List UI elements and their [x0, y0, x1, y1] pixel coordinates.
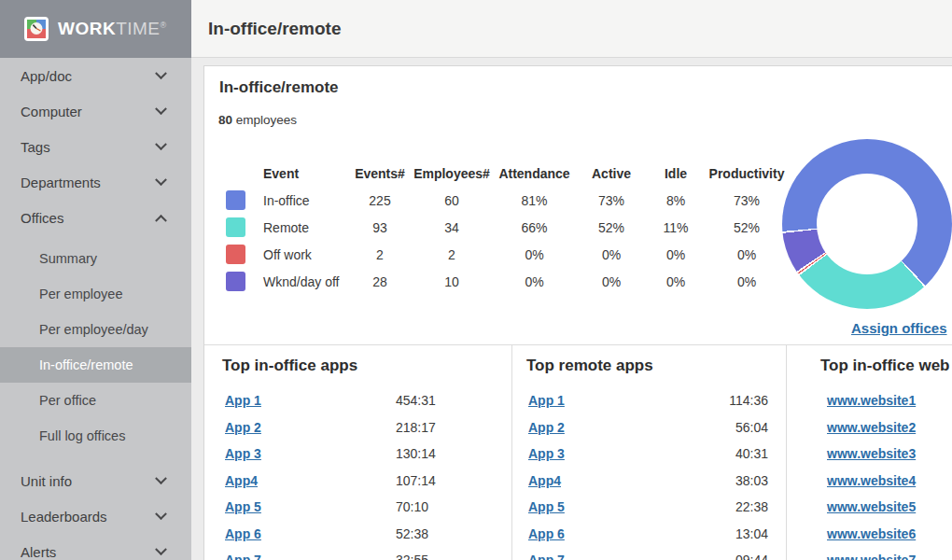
- list-item: App438:03: [526, 468, 786, 495]
- table-cell: 8%: [647, 193, 705, 208]
- table-cell: 93: [349, 220, 411, 235]
- app-link[interactable]: App 1: [225, 393, 261, 408]
- col-header-attendance: Attendance: [493, 166, 576, 181]
- top-in-office-websites-column: Top in-office web www.website1 www.websi…: [787, 345, 952, 560]
- top-lists-section: Top in-office apps App 1454:31 App 2218:…: [204, 344, 952, 560]
- app-time: 70:10: [396, 499, 428, 514]
- section-title: Top in-office web: [820, 357, 952, 379]
- chevron-down-icon: [155, 472, 167, 484]
- app-time: 09:44: [735, 553, 768, 560]
- table-cell: 73%: [576, 193, 647, 208]
- website-link[interactable]: www.website7: [827, 553, 916, 560]
- website-link[interactable]: www.website6: [827, 526, 916, 541]
- table-cell: Wknd/day off: [263, 274, 349, 289]
- list-item: App 1454:31: [222, 387, 511, 414]
- page-title: In-office/remote: [208, 19, 342, 39]
- app-time: 13:04: [735, 526, 768, 541]
- website-link[interactable]: www.website5: [827, 499, 916, 514]
- employee-count: 80: [218, 113, 232, 127]
- app-link[interactable]: App 7: [225, 553, 261, 560]
- sidebar-item-full-log-offices[interactable]: Full log offices: [0, 418, 191, 454]
- table-cell: 0%: [576, 247, 647, 262]
- app-link[interactable]: App 2: [225, 420, 261, 435]
- table-cell: 52%: [576, 220, 647, 235]
- list-item: www.website7: [820, 547, 952, 560]
- table-cell: 66%: [493, 220, 576, 235]
- sidebar-item-departments[interactable]: Departments: [0, 164, 191, 200]
- table-cell: 11%: [647, 220, 705, 235]
- col-header-events: Events#: [349, 166, 411, 181]
- chevron-down-icon: [155, 508, 167, 520]
- legend-swatch-in-office: [222, 190, 263, 210]
- app-time: 38:03: [735, 473, 768, 488]
- chevron-down-icon: [155, 543, 167, 555]
- top-in-office-apps-column: Top in-office apps App 1454:31 App 2218:…: [204, 345, 512, 560]
- legend-swatch-wknd: [222, 272, 263, 291]
- list-item: www.website6: [820, 521, 952, 548]
- sidebar-item-unit-info[interactable]: Unit info: [0, 463, 191, 498]
- list-item: App 570:10: [222, 494, 511, 521]
- table-cell: 73%: [705, 193, 789, 208]
- list-item: www.website4: [820, 468, 952, 495]
- app-time: 114:36: [729, 393, 768, 408]
- sidebar-item-computer[interactable]: Computer: [0, 93, 191, 129]
- app-link[interactable]: App 2: [528, 420, 565, 435]
- chevron-down-icon: [155, 67, 167, 79]
- website-link[interactable]: www.website3: [827, 446, 916, 461]
- table-cell: 0%: [647, 274, 705, 289]
- app-link[interactable]: App 5: [225, 499, 261, 514]
- website-link[interactable]: www.website4: [827, 473, 916, 488]
- sidebar-item-leaderboards[interactable]: Leaderboards: [0, 498, 191, 534]
- sidebar-item-per-office[interactable]: Per office: [0, 383, 191, 418]
- app-link[interactable]: App 6: [528, 526, 565, 541]
- sidebar-item-per-employee[interactable]: Per employee: [0, 276, 191, 312]
- app-link[interactable]: App 3: [528, 446, 565, 461]
- app-time: 40:31: [735, 446, 768, 461]
- list-item: www.website2: [820, 414, 952, 441]
- table-cell: 0%: [493, 247, 576, 262]
- app-link[interactable]: App 6: [225, 526, 261, 541]
- sidebar-item-in-office-remote[interactable]: In-office/remote: [0, 347, 191, 383]
- app-link[interactable]: App4: [225, 473, 258, 488]
- sidebar-item-summary[interactable]: Summary: [0, 241, 191, 276]
- table-cell: 2: [411, 247, 493, 262]
- table-cell: 0%: [576, 274, 647, 289]
- employee-label: employees: [236, 113, 297, 127]
- app-time: 52:38: [396, 526, 428, 541]
- list-item: App 709:44: [526, 547, 786, 560]
- app-link[interactable]: App 5: [528, 499, 565, 514]
- app-time: 454:31: [396, 393, 436, 408]
- table-cell: 52%: [705, 220, 789, 235]
- app-link[interactable]: App 7: [528, 553, 565, 560]
- legend-swatch-remote: [222, 217, 263, 237]
- sidebar-item-alerts[interactable]: Alerts: [0, 534, 191, 560]
- app-time: 32:55: [396, 553, 428, 560]
- website-link[interactable]: www.website1: [827, 393, 916, 408]
- sidebar-item-per-employee-day[interactable]: Per employee/day: [0, 312, 191, 347]
- table-cell: 81%: [493, 193, 576, 208]
- logo-bar: WORKTIME®: [0, 0, 191, 58]
- col-header-event: Event: [263, 166, 349, 181]
- col-header-productivity: Productivity: [705, 166, 789, 181]
- summary-table: Event Events# Employees# Attendance Acti…: [222, 160, 789, 295]
- sidebar-item-app-doc[interactable]: App/doc: [0, 58, 191, 93]
- table-cell: In-office: [263, 193, 349, 208]
- list-item: www.website1: [820, 387, 952, 414]
- app-link[interactable]: App 3: [225, 446, 261, 461]
- assign-offices-link[interactable]: Assign offices: [851, 320, 947, 336]
- table-cell: 10: [411, 274, 493, 289]
- app-link[interactable]: App4: [528, 473, 561, 488]
- app-link[interactable]: App 1: [528, 393, 565, 408]
- sidebar-item-tags[interactable]: Tags: [0, 129, 191, 164]
- table-cell: 225: [349, 193, 411, 208]
- sidebar-item-offices[interactable]: Offices: [0, 200, 191, 235]
- app-time: 218:17: [396, 420, 436, 435]
- table-cell: Remote: [263, 220, 349, 235]
- app-time: 130:14: [396, 446, 436, 461]
- table-cell: 34: [411, 220, 493, 235]
- website-link[interactable]: www.website2: [827, 420, 916, 435]
- table-cell: Off work: [263, 247, 349, 262]
- list-item: App4107:14: [222, 468, 511, 495]
- list-item: App 1114:36: [526, 387, 786, 414]
- list-item: App 3130:14: [222, 441, 511, 468]
